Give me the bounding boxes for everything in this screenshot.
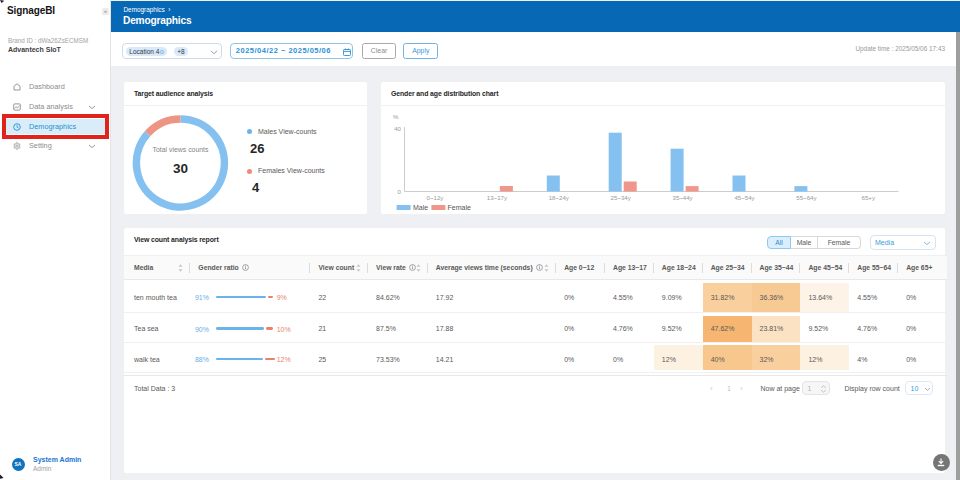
svg-text:45~54y: 45~54y	[734, 194, 755, 201]
svg-text:18~24y: 18~24y	[549, 194, 570, 201]
svg-text:0: 0	[398, 188, 402, 195]
svg-text:13~17y: 13~17y	[487, 194, 508, 201]
svg-text:65+y: 65+y	[862, 194, 876, 201]
svg-text:40: 40	[394, 125, 401, 132]
svg-text:25~34y: 25~34y	[611, 194, 632, 201]
svg-text:35~44y: 35~44y	[673, 194, 694, 201]
svg-text:55~64y: 55~64y	[796, 194, 817, 201]
svg-text:Male: Male	[413, 204, 428, 211]
svg-text:0~12y: 0~12y	[427, 194, 445, 201]
svg-text:Female: Female	[448, 204, 471, 211]
svg-text:%: %	[393, 113, 399, 120]
